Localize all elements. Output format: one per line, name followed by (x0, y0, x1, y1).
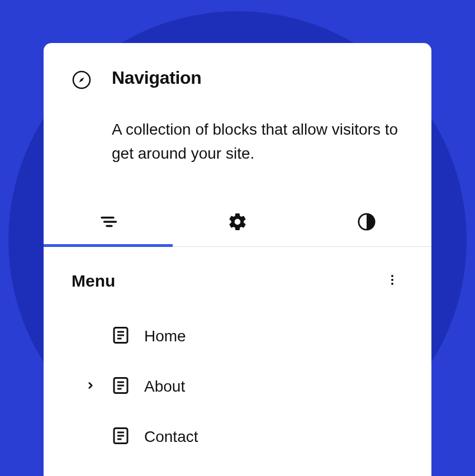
tab-list[interactable] (44, 199, 173, 246)
menu-item-contact[interactable]: Contact (84, 426, 403, 448)
gear-icon (227, 212, 248, 234)
svg-marker-1 (79, 78, 84, 83)
panel-title: Navigation (112, 68, 403, 88)
svg-point-6 (391, 275, 393, 277)
tab-bar (44, 199, 431, 247)
menu-header: Menu (72, 267, 403, 295)
panel-header: Navigation A collection of blocks that a… (44, 43, 431, 183)
expand-toggle[interactable] (84, 380, 97, 393)
list-icon (98, 212, 118, 234)
more-vertical-icon (386, 280, 399, 290)
menu-items-list: Home (72, 325, 403, 448)
tab-settings[interactable] (173, 199, 302, 246)
contrast-icon (357, 212, 376, 234)
panel-description: A collection of blocks that allow visito… (112, 117, 403, 166)
compass-icon (72, 70, 92, 92)
svg-point-7 (391, 279, 393, 281)
menu-item-home[interactable]: Home (84, 325, 403, 348)
page-icon (111, 426, 131, 448)
menu-item-label: About (144, 378, 185, 396)
chevron-right-icon (86, 380, 96, 393)
tab-styles[interactable] (302, 199, 431, 246)
menu-item-label: Contact (144, 428, 198, 446)
menu-heading: Menu (72, 272, 115, 291)
page-icon (111, 325, 131, 348)
menu-section: Menu (44, 247, 431, 476)
navigation-panel: Navigation A collection of blocks that a… (44, 43, 431, 476)
menu-item-label: Home (144, 327, 186, 345)
more-options-button[interactable] (381, 267, 403, 295)
header-content: Navigation A collection of blocks that a… (112, 68, 403, 166)
svg-point-8 (391, 283, 393, 285)
menu-item-about[interactable]: About (84, 375, 403, 398)
page-icon (111, 375, 131, 398)
